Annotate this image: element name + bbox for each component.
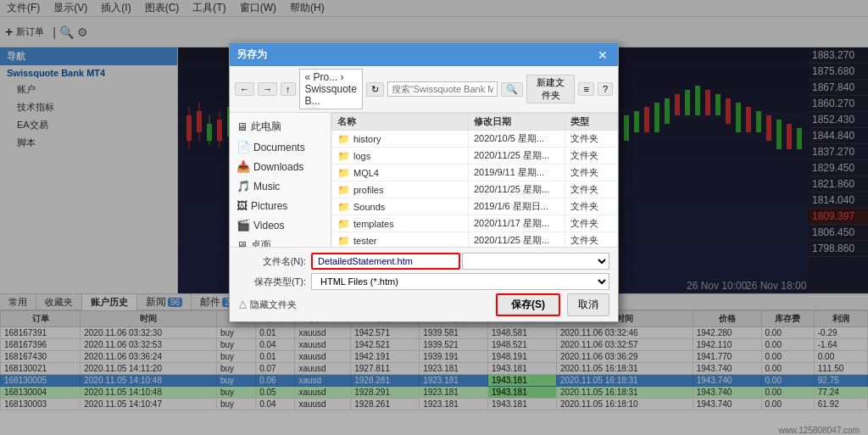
list-item[interactable]: 📁tester2020/11/25 星期...文件夹 xyxy=(332,232,618,248)
search-input[interactable] xyxy=(387,81,498,97)
dialog-close-btn[interactable]: ✕ xyxy=(594,48,611,62)
list-item[interactable]: 📁templates2020/11/17 星期...文件夹 xyxy=(332,215,618,232)
file-date: 2019/1/6 星期日... xyxy=(468,198,565,215)
filetype-select[interactable]: HTML Files (*.htm) xyxy=(311,273,609,290)
file-date: 2020/11/17 星期... xyxy=(468,215,565,232)
dialog-bottom: 文件名(N): 保存类型(T): HTML Files (*.htm) △ 隐藏… xyxy=(230,247,618,321)
hidden-files-btn[interactable]: △ 隐藏文件夹 xyxy=(238,298,297,311)
dialog-titlebar: 另存为 ✕ xyxy=(230,43,618,66)
view-toggle-btn[interactable]: ≡ xyxy=(578,82,593,96)
computer-icon: 🖥 xyxy=(236,120,248,133)
file-date: 2020/11/25 星期... xyxy=(468,181,565,198)
col-name[interactable]: 名称 xyxy=(332,114,469,131)
nav-documents[interactable]: 📄 Documents xyxy=(230,137,331,157)
file-type: 文件夹 xyxy=(565,165,618,181)
filename-field: 文件名(N): xyxy=(238,253,609,270)
file-name: 📁templates xyxy=(332,215,469,232)
nav-forward-btn[interactable]: → xyxy=(258,82,277,96)
dialog-title: 另存为 xyxy=(236,47,267,62)
dialog-right-panel: 名称 修改日期 类型 📁history2020/10/5 星期...文件夹📁lo… xyxy=(331,113,618,247)
nav-back-btn[interactable]: ← xyxy=(235,82,254,96)
file-name: 📁logs xyxy=(332,148,469,165)
breadcrumb: « Pro... › Swissquote B... xyxy=(299,69,363,109)
file-name: 📁Sounds xyxy=(332,198,469,215)
new-folder-btn[interactable]: 新建文件夹 xyxy=(526,75,576,103)
file-type: 文件夹 xyxy=(565,181,618,198)
list-item[interactable]: 📁MQL42019/9/11 星期...文件夹 xyxy=(332,165,618,181)
folder-icon: 📁 xyxy=(337,150,350,162)
folder-icon: 📁 xyxy=(337,235,350,247)
file-type: 文件夹 xyxy=(565,232,618,248)
file-table: 名称 修改日期 类型 📁history2020/10/5 星期...文件夹📁lo… xyxy=(331,113,618,247)
nav-music-label: Music xyxy=(253,181,280,192)
file-name: 📁MQL4 xyxy=(332,165,469,181)
file-name: 📁history xyxy=(332,131,469,148)
list-item[interactable]: 📁logs2020/11/25 星期...文件夹 xyxy=(332,148,618,165)
nav-music[interactable]: 🎵 Music xyxy=(230,176,331,196)
file-name: 📁tester xyxy=(332,232,469,248)
documents-icon: 📄 xyxy=(236,141,250,153)
desktop-icon: 🖥 xyxy=(236,239,248,247)
help-btn[interactable]: ? xyxy=(598,82,613,96)
cancel-button[interactable]: 取消 xyxy=(567,293,609,316)
pictures-icon: 🖼 xyxy=(236,199,248,212)
list-item[interactable]: 📁history2020/10/5 星期...文件夹 xyxy=(332,131,618,148)
breadcrumb-text: « Pro... › Swissquote B... xyxy=(305,71,357,107)
nav-refresh-btn[interactable]: ↻ xyxy=(366,82,384,97)
file-date: 2019/9/11 星期... xyxy=(468,165,565,181)
list-item[interactable]: 📁profiles2020/11/25 星期...文件夹 xyxy=(332,181,618,198)
videos-icon: 🎬 xyxy=(236,219,250,231)
downloads-icon: 📥 xyxy=(236,160,250,173)
nav-desktop[interactable]: 🖥 桌面 xyxy=(230,235,331,247)
file-type: 文件夹 xyxy=(565,198,618,215)
search-btn[interactable]: 🔍 xyxy=(501,82,523,97)
filename-input[interactable] xyxy=(311,253,460,270)
file-type: 文件夹 xyxy=(565,215,618,232)
filetype-field: 保存类型(T): HTML Files (*.htm) xyxy=(238,273,609,290)
folder-icon: 📁 xyxy=(337,184,350,196)
save-as-dialog: 另存为 ✕ ← → ↑ « Pro... › Swissquote B... ↻… xyxy=(229,42,619,322)
nav-this-pc[interactable]: 🖥 此电脑 xyxy=(230,116,331,137)
music-icon: 🎵 xyxy=(236,180,250,192)
nav-up-btn[interactable]: ↑ xyxy=(281,82,296,96)
filename-dropdown[interactable] xyxy=(462,253,609,270)
dialog-left-panel: 🖥 此电脑 📄 Documents 📥 Downloads 🎵 Music 🖼 … xyxy=(230,113,331,247)
dialog-buttons-row: △ 隐藏文件夹 保存(S) 取消 xyxy=(238,293,609,316)
folder-icon: 📁 xyxy=(337,218,350,230)
nav-downloads[interactable]: 📥 Downloads xyxy=(230,157,331,176)
file-type: 文件夹 xyxy=(565,148,618,165)
nav-downloads-label: Downloads xyxy=(253,161,303,173)
nav-videos-label: Videos xyxy=(253,220,284,231)
file-date: 2020/11/25 星期... xyxy=(468,148,565,165)
file-date: 2020/10/5 星期... xyxy=(468,131,565,148)
file-date: 2020/11/25 星期... xyxy=(468,232,565,248)
nav-documents-label: Documents xyxy=(253,142,305,153)
nav-videos[interactable]: 🎬 Videos xyxy=(230,215,331,235)
file-name: 📁profiles xyxy=(332,181,469,198)
folder-icon: 📁 xyxy=(337,167,350,179)
filename-label: 文件名(N): xyxy=(238,255,306,268)
nav-this-pc-label: 此电脑 xyxy=(251,120,281,134)
col-type[interactable]: 类型 xyxy=(565,114,618,131)
folder-icon: 📁 xyxy=(337,201,350,213)
folder-icon: 📁 xyxy=(337,133,350,145)
nav-pictures-label: Pictures xyxy=(251,200,287,212)
list-item[interactable]: 📁Sounds2019/1/6 星期日...文件夹 xyxy=(332,198,618,215)
filetype-label: 保存类型(T): xyxy=(238,276,306,288)
dialog-content: 🖥 此电脑 📄 Documents 📥 Downloads 🎵 Music 🖼 … xyxy=(230,113,618,247)
save-button[interactable]: 保存(S) xyxy=(496,293,560,316)
col-date[interactable]: 修改日期 xyxy=(468,114,565,131)
action-buttons: 保存(S) 取消 xyxy=(496,293,609,316)
dialog-toolbar: ← → ↑ « Pro... › Swissquote B... ↻ 🔍 新建文… xyxy=(230,66,618,113)
nav-desktop-label: 桌面 xyxy=(251,238,271,247)
nav-pictures[interactable]: 🖼 Pictures xyxy=(230,196,331,215)
file-type: 文件夹 xyxy=(565,131,618,148)
